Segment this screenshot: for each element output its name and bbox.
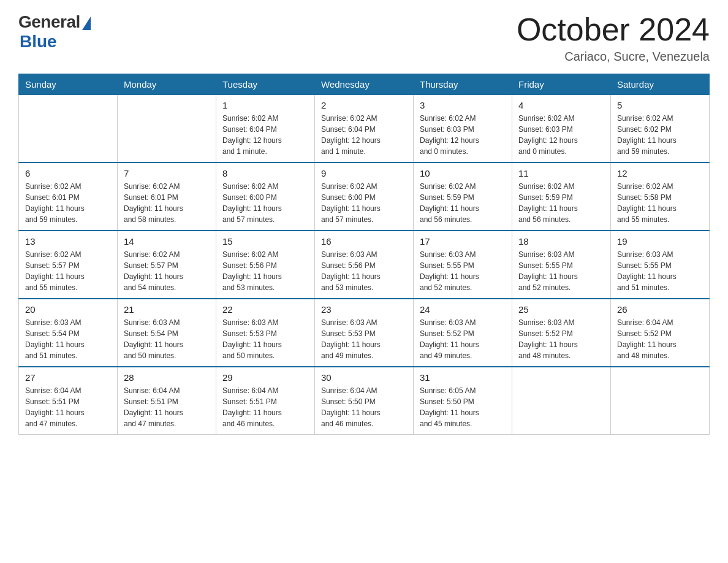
day-number: 15 bbox=[222, 236, 308, 247]
calendar-week-row: 20Sunrise: 6:03 AMSunset: 5:54 PMDayligh… bbox=[19, 299, 710, 367]
day-info: Sunrise: 6:03 AMSunset: 5:55 PMDaylight:… bbox=[518, 249, 604, 293]
day-info: Sunrise: 6:04 AMSunset: 5:50 PMDaylight:… bbox=[321, 385, 407, 429]
calendar-cell bbox=[512, 367, 611, 435]
calendar-cell: 3Sunrise: 6:02 AMSunset: 6:03 PMDaylight… bbox=[414, 95, 512, 163]
day-number: 29 bbox=[222, 372, 308, 383]
day-info: Sunrise: 6:02 AMSunset: 6:02 PMDaylight:… bbox=[617, 113, 703, 157]
day-number: 25 bbox=[518, 304, 604, 315]
calendar-cell: 14Sunrise: 6:02 AMSunset: 5:57 PMDayligh… bbox=[118, 231, 216, 299]
logo-blue-text: Blue bbox=[20, 32, 57, 52]
calendar-cell: 28Sunrise: 6:04 AMSunset: 5:51 PMDayligh… bbox=[118, 367, 216, 435]
calendar-header-friday: Friday bbox=[512, 74, 611, 95]
calendar-cell: 15Sunrise: 6:02 AMSunset: 5:56 PMDayligh… bbox=[216, 231, 315, 299]
day-number: 22 bbox=[222, 304, 308, 315]
calendar-header-row: SundayMondayTuesdayWednesdayThursdayFrid… bbox=[19, 74, 710, 95]
day-number: 13 bbox=[25, 236, 111, 247]
day-number: 28 bbox=[124, 372, 210, 383]
day-info: Sunrise: 6:03 AMSunset: 5:52 PMDaylight:… bbox=[420, 317, 506, 361]
calendar-cell: 21Sunrise: 6:03 AMSunset: 5:54 PMDayligh… bbox=[118, 299, 216, 367]
day-number: 27 bbox=[25, 372, 111, 383]
calendar-cell: 12Sunrise: 6:02 AMSunset: 5:58 PMDayligh… bbox=[611, 163, 710, 231]
day-number: 10 bbox=[420, 168, 506, 178]
calendar-cell: 11Sunrise: 6:02 AMSunset: 5:59 PMDayligh… bbox=[512, 163, 611, 231]
day-info: Sunrise: 6:02 AMSunset: 6:01 PMDaylight:… bbox=[124, 181, 210, 225]
logo-general-text: General bbox=[18, 12, 80, 32]
calendar-cell: 20Sunrise: 6:03 AMSunset: 5:54 PMDayligh… bbox=[19, 299, 118, 367]
day-number: 9 bbox=[321, 168, 407, 178]
day-number: 8 bbox=[222, 168, 308, 178]
day-number: 4 bbox=[518, 100, 604, 110]
day-info: Sunrise: 6:02 AMSunset: 5:58 PMDaylight:… bbox=[617, 181, 703, 225]
day-info: Sunrise: 6:02 AMSunset: 6:00 PMDaylight:… bbox=[222, 181, 308, 225]
day-number: 14 bbox=[124, 236, 210, 247]
day-number: 16 bbox=[321, 236, 407, 247]
calendar-header-sunday: Sunday bbox=[19, 74, 118, 95]
day-info: Sunrise: 6:02 AMSunset: 6:04 PMDaylight:… bbox=[222, 113, 308, 157]
day-info: Sunrise: 6:03 AMSunset: 5:53 PMDaylight:… bbox=[321, 317, 407, 361]
day-number: 23 bbox=[321, 304, 407, 315]
calendar-cell: 2Sunrise: 6:02 AMSunset: 6:04 PMDaylight… bbox=[315, 95, 414, 163]
calendar-header-wednesday: Wednesday bbox=[315, 74, 414, 95]
logo-triangle-icon bbox=[82, 17, 91, 30]
calendar-cell: 26Sunrise: 6:04 AMSunset: 5:52 PMDayligh… bbox=[611, 299, 710, 367]
day-info: Sunrise: 6:02 AMSunset: 6:03 PMDaylight:… bbox=[420, 113, 506, 157]
day-info: Sunrise: 6:03 AMSunset: 5:56 PMDaylight:… bbox=[321, 249, 407, 293]
day-info: Sunrise: 6:05 AMSunset: 5:50 PMDaylight:… bbox=[420, 385, 506, 429]
day-info: Sunrise: 6:02 AMSunset: 5:59 PMDaylight:… bbox=[420, 181, 506, 225]
calendar-cell: 10Sunrise: 6:02 AMSunset: 5:59 PMDayligh… bbox=[414, 163, 512, 231]
day-info: Sunrise: 6:02 AMSunset: 6:01 PMDaylight:… bbox=[25, 181, 111, 225]
day-number: 18 bbox=[518, 236, 604, 247]
day-info: Sunrise: 6:04 AMSunset: 5:51 PMDaylight:… bbox=[222, 385, 308, 429]
day-number: 2 bbox=[321, 100, 407, 110]
calendar-cell: 6Sunrise: 6:02 AMSunset: 6:01 PMDaylight… bbox=[19, 163, 118, 231]
calendar-cell: 19Sunrise: 6:03 AMSunset: 5:55 PMDayligh… bbox=[611, 231, 710, 299]
title-area: October 2024 Cariaco, Sucre, Venezuela bbox=[517, 12, 710, 64]
day-info: Sunrise: 6:03 AMSunset: 5:54 PMDaylight:… bbox=[25, 317, 111, 361]
day-info: Sunrise: 6:02 AMSunset: 5:57 PMDaylight:… bbox=[124, 249, 210, 293]
calendar-cell: 30Sunrise: 6:04 AMSunset: 5:50 PMDayligh… bbox=[315, 367, 414, 435]
day-number: 20 bbox=[25, 304, 111, 315]
calendar-cell: 18Sunrise: 6:03 AMSunset: 5:55 PMDayligh… bbox=[512, 231, 611, 299]
calendar-week-row: 27Sunrise: 6:04 AMSunset: 5:51 PMDayligh… bbox=[19, 367, 710, 435]
page-header: General Blue October 2024 Cariaco, Sucre… bbox=[18, 12, 710, 64]
calendar-cell: 25Sunrise: 6:03 AMSunset: 5:52 PMDayligh… bbox=[512, 299, 611, 367]
calendar-cell: 17Sunrise: 6:03 AMSunset: 5:55 PMDayligh… bbox=[414, 231, 512, 299]
calendar-cell: 8Sunrise: 6:02 AMSunset: 6:00 PMDaylight… bbox=[216, 163, 315, 231]
calendar-week-row: 13Sunrise: 6:02 AMSunset: 5:57 PMDayligh… bbox=[19, 231, 710, 299]
day-number: 24 bbox=[420, 304, 506, 315]
day-number: 19 bbox=[617, 236, 703, 247]
calendar-cell: 16Sunrise: 6:03 AMSunset: 5:56 PMDayligh… bbox=[315, 231, 414, 299]
calendar-cell: 23Sunrise: 6:03 AMSunset: 5:53 PMDayligh… bbox=[315, 299, 414, 367]
day-number: 6 bbox=[25, 168, 111, 178]
day-info: Sunrise: 6:04 AMSunset: 5:51 PMDaylight:… bbox=[25, 385, 111, 429]
day-number: 12 bbox=[617, 168, 703, 178]
day-number: 3 bbox=[420, 100, 506, 110]
day-info: Sunrise: 6:02 AMSunset: 5:57 PMDaylight:… bbox=[25, 249, 111, 293]
day-info: Sunrise: 6:02 AMSunset: 5:56 PMDaylight:… bbox=[222, 249, 308, 293]
calendar-table: SundayMondayTuesdayWednesdayThursdayFrid… bbox=[18, 74, 710, 435]
day-number: 31 bbox=[420, 372, 506, 383]
calendar-header-monday: Monday bbox=[118, 74, 216, 95]
calendar-cell bbox=[19, 95, 118, 163]
calendar-cell: 7Sunrise: 6:02 AMSunset: 6:01 PMDaylight… bbox=[118, 163, 216, 231]
day-number: 7 bbox=[124, 168, 210, 178]
calendar-cell: 27Sunrise: 6:04 AMSunset: 5:51 PMDayligh… bbox=[19, 367, 118, 435]
calendar-cell: 31Sunrise: 6:05 AMSunset: 5:50 PMDayligh… bbox=[414, 367, 512, 435]
day-number: 1 bbox=[222, 100, 308, 110]
calendar-week-row: 6Sunrise: 6:02 AMSunset: 6:01 PMDaylight… bbox=[19, 163, 710, 231]
day-number: 26 bbox=[617, 304, 703, 315]
calendar-header-thursday: Thursday bbox=[414, 74, 512, 95]
day-number: 17 bbox=[420, 236, 506, 247]
calendar-header-saturday: Saturday bbox=[611, 74, 710, 95]
day-info: Sunrise: 6:02 AMSunset: 6:00 PMDaylight:… bbox=[321, 181, 407, 225]
calendar-cell: 9Sunrise: 6:02 AMSunset: 6:00 PMDaylight… bbox=[315, 163, 414, 231]
day-info: Sunrise: 6:04 AMSunset: 5:52 PMDaylight:… bbox=[617, 317, 703, 361]
day-info: Sunrise: 6:02 AMSunset: 5:59 PMDaylight:… bbox=[518, 181, 604, 225]
day-number: 11 bbox=[518, 168, 604, 178]
calendar-cell bbox=[611, 367, 710, 435]
calendar-cell: 4Sunrise: 6:02 AMSunset: 6:03 PMDaylight… bbox=[512, 95, 611, 163]
calendar-cell: 24Sunrise: 6:03 AMSunset: 5:52 PMDayligh… bbox=[414, 299, 512, 367]
day-info: Sunrise: 6:03 AMSunset: 5:55 PMDaylight:… bbox=[617, 249, 703, 293]
day-info: Sunrise: 6:04 AMSunset: 5:51 PMDaylight:… bbox=[124, 385, 210, 429]
day-number: 30 bbox=[321, 372, 407, 383]
